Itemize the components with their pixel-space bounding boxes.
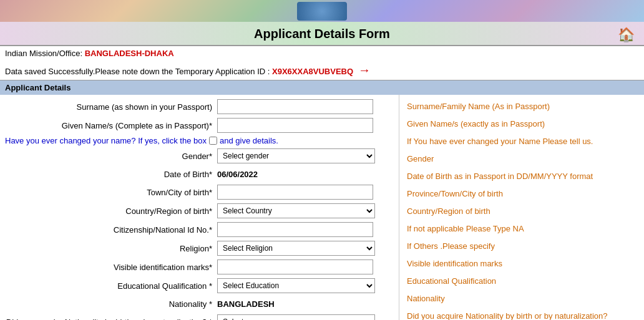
citizenship-control	[217, 222, 394, 237]
visible-marks-control	[217, 259, 394, 274]
help-religion: If Others .Please specify	[407, 237, 637, 255]
religion-row: Religion* Select Religion HINDU MUSLIM C…	[0, 239, 399, 258]
name-change-suffix: and give details.	[220, 136, 278, 145]
given-name-control	[217, 118, 394, 133]
given-name-row: Given Name/s (Complete as in Passport)*	[0, 116, 399, 135]
name-change-checkbox[interactable]	[209, 137, 217, 145]
gender-control: Select gender Male Female Other	[217, 148, 394, 163]
religion-control: Select Religion HINDU MUSLIM CHRISTIAN O…	[217, 241, 394, 256]
surname-row: Surname (as shown in your Passport)	[0, 97, 399, 116]
naturalization-label: Did you acquire Nationality by birth or …	[5, 318, 217, 321]
logo-center	[297, 2, 347, 21]
form-container: Surname (as shown in your Passport) Give…	[0, 95, 644, 320]
success-message: Data saved Successfully.Please note down…	[0, 61, 644, 80]
success-text: Data saved Successfully.Please note down…	[5, 67, 270, 76]
help-surname: Surname/Family Name (As in Passport)	[407, 97, 637, 115]
country-select[interactable]: Select Country BANGLADESH INDIA OTHER	[217, 203, 375, 218]
education-label: Educational Qualification *	[5, 281, 217, 291]
gender-row: Gender* Select gender Male Female Other	[0, 147, 399, 165]
help-town: Province/Town/City of birth	[407, 185, 637, 202]
dob-label: Date of Birth*	[5, 170, 217, 179]
naturalization-row: Did you acquire Nationality by birth or …	[0, 313, 399, 320]
given-name-input[interactable]	[217, 118, 373, 133]
education-row: Educational Qualification * Select Educa…	[0, 276, 399, 295]
help-name-change: If You have ever changed your Name Pleas…	[407, 132, 637, 150]
religion-label: Religion*	[5, 244, 217, 253]
town-control	[217, 185, 394, 200]
help-visible-marks: Visible identification marks	[407, 255, 637, 272]
town-row: Town/City of birth*	[0, 183, 399, 201]
education-control: Select Education GRADUATE POST GRADUATE …	[217, 278, 394, 293]
visible-marks-row: Visible identification marks*	[0, 258, 399, 276]
religion-select[interactable]: Select Religion HINDU MUSLIM CHRISTIAN O…	[217, 241, 375, 256]
visible-marks-input[interactable]	[217, 259, 373, 274]
gender-label: Gender*	[5, 152, 217, 161]
page-title: Applicant Details Form	[254, 27, 390, 41]
section-title: Applicant Details	[5, 83, 71, 92]
country-control: Select Country BANGLADESH INDIA OTHER	[217, 203, 394, 218]
help-given-name: Given Name/s (exactly as in Passport)	[407, 115, 637, 132]
country-row: Country/Region of birth* Select Country …	[0, 201, 399, 220]
help-naturalization: Did you acquire Nationality by birth or …	[407, 307, 637, 320]
mission-value: BANGLADESH-DHAKA	[85, 49, 174, 58]
gender-select[interactable]: Select gender Male Female Other	[217, 148, 375, 163]
top-decoration	[0, 0, 644, 22]
help-gender: Gender	[407, 150, 637, 167]
citizenship-input[interactable]	[217, 222, 373, 237]
help-dob: Date of Birth as in Passport in DD/MM/YY…	[407, 167, 637, 185]
surname-control	[217, 99, 394, 114]
town-input[interactable]	[217, 185, 373, 200]
citizenship-label: Citizenship/National Id No.*	[5, 225, 217, 235]
help-country: Country/Region of birth	[407, 202, 637, 220]
naturalization-select[interactable]: Select .. BIRTH NATURALIZATION	[217, 314, 375, 320]
dob-control: 06/06/2022	[217, 170, 394, 179]
visible-marks-label: Visible identification marks*	[5, 263, 217, 272]
nationality-label: Nationality *	[5, 299, 217, 309]
help-education: Educational Qualification	[407, 272, 637, 289]
mission-line: Indian Mission/Office: BANGLADESH-DHAKA	[0, 46, 644, 61]
home-icon[interactable]: 🏠	[618, 27, 635, 43]
nationality-value: BANGLADESH	[217, 299, 275, 309]
given-name-label: Given Name/s (Complete as in Passport)*	[5, 121, 217, 130]
help-citizenship: If not applicable Please Type NA	[407, 220, 637, 237]
citizenship-row: Citizenship/National Id No.*	[0, 220, 399, 239]
surname-input[interactable]	[217, 99, 373, 114]
temp-id: X9X6XXA8VUBVEBQ	[272, 67, 353, 76]
form-right: Surname/Family Name (As in Passport) Giv…	[399, 95, 644, 320]
mission-label: Indian Mission/Office:	[5, 49, 82, 58]
header-banner: Applicant Details Form 🏠	[0, 22, 644, 46]
nationality-row: Nationality * BANGLADESH	[0, 295, 399, 313]
town-label: Town/City of birth*	[5, 188, 217, 197]
name-change-text: Have you ever changed your name? If yes,…	[5, 136, 207, 145]
surname-label: Surname (as shown in your Passport)	[5, 102, 217, 112]
nationality-control: BANGLADESH	[217, 299, 394, 309]
arrow-indicator: ←	[358, 63, 371, 77]
dob-row: Date of Birth* 06/06/2022	[0, 165, 399, 183]
form-left: Surname (as shown in your Passport) Give…	[0, 95, 399, 320]
country-label: Country/Region of birth*	[5, 206, 217, 216]
naturalization-control: Select .. BIRTH NATURALIZATION	[217, 314, 394, 320]
help-nationality: Nationality	[407, 289, 637, 307]
education-select[interactable]: Select Education GRADUATE POST GRADUATE …	[217, 278, 375, 293]
name-change-row: Have you ever changed your name? If yes,…	[0, 135, 399, 147]
section-header: Applicant Details	[0, 80, 644, 95]
dob-value: 06/06/2022	[217, 170, 258, 179]
